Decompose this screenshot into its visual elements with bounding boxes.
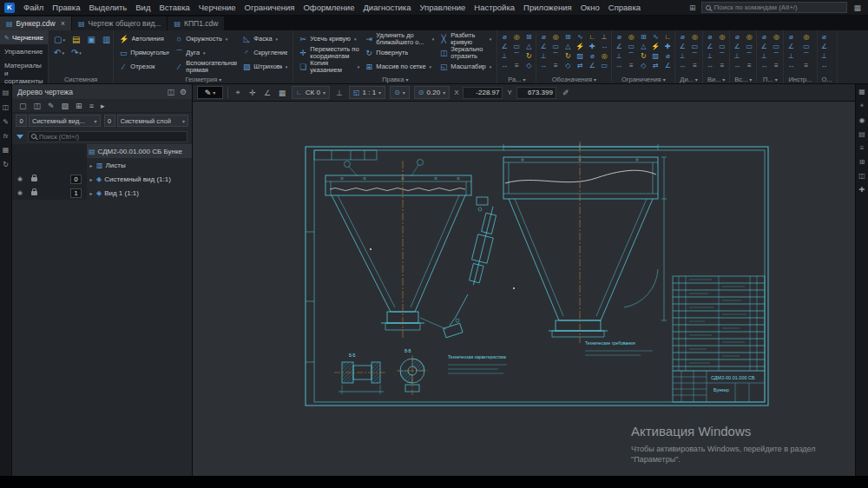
ribbon-mini-icon[interactable]: ⌀ — [498, 32, 510, 42]
ribbon-mini-icon[interactable]: △ — [523, 42, 535, 51]
ribbon-mini-icon[interactable]: ∠ — [704, 42, 716, 51]
visibility-eye-icon[interactable]: ◉ — [17, 189, 23, 196]
expand-arrow-icon[interactable]: ▸ — [89, 190, 94, 196]
ribbon-mini-icon[interactable]: ◇ — [562, 61, 574, 70]
ribbon-mini-icon[interactable]: ⊥ — [704, 51, 716, 61]
menu-applications[interactable]: Приложения — [519, 0, 576, 16]
zoom-tool-dropdown[interactable]: ⊙ — [390, 86, 410, 99]
ribbon-mini-icon[interactable]: ▭ — [800, 42, 812, 51]
sheet-icon[interactable]: ▤ — [3, 89, 10, 96]
menu-diagnostics[interactable]: Диагностика — [358, 0, 415, 16]
ribbon-group-label[interactable]: П... — [757, 75, 783, 83]
ribbon-mini-icon[interactable]: ⊞ — [637, 32, 649, 42]
tool-autoline[interactable]: ⚡Автолиния — [116, 32, 172, 46]
ribbon-mini-icon[interactable]: ∠ — [785, 42, 797, 51]
x-coordinate-value[interactable]: -228.97 — [463, 87, 503, 99]
ribbon-mini-icon[interactable]: ◎ — [743, 32, 755, 42]
tool-segment[interactable]: ∕Отрезок — [116, 60, 172, 74]
ribbon-mini-icon[interactable]: ↻ — [637, 51, 649, 61]
ribbon-mini-icon[interactable]: ∠ — [586, 61, 598, 70]
edit-icon[interactable]: ✎ — [3, 118, 9, 126]
ribbon-mini-icon[interactable]: ⌒ — [770, 51, 782, 61]
tool-rotate[interactable]: ↻Повернуть — [362, 46, 437, 60]
ribbon-mini-icon[interactable]: ✚ — [661, 42, 674, 51]
tool-move-by-coords[interactable]: ✛Переместить по координатам — [296, 46, 362, 60]
tool-arc[interactable]: ⌒Дуга — [172, 46, 240, 60]
ribbon-mini-icon[interactable]: ◇ — [523, 61, 535, 70]
ribbon-mini-icon[interactable]: ⌀ — [758, 32, 770, 42]
tool-copy-by-point[interactable]: ❏Копия указанием — [296, 60, 362, 74]
view-number-spinner[interactable]: 0 — [16, 115, 27, 127]
grid-toggle-icon[interactable]: ▦ — [277, 89, 287, 97]
ribbon-mini-icon[interactable]: ▭ — [770, 42, 782, 51]
ribbon-mini-icon[interactable]: ⊞ — [523, 32, 535, 42]
ribbon-mini-icon[interactable]: ↔ — [758, 61, 770, 70]
ribbon-mini-icon[interactable]: ↔ — [785, 61, 797, 70]
ribbon-mini-icon[interactable]: ◎ — [625, 32, 637, 42]
ribbon-group-label[interactable]: Ви... — [703, 75, 729, 83]
ribbon-mini-icon[interactable]: ∠ — [731, 42, 743, 51]
command-search[interactable] — [701, 2, 847, 13]
ribbon-mini-icon[interactable]: ∿ — [574, 32, 586, 42]
ribbon-mini-icon[interactable]: ◎ — [716, 32, 728, 42]
ribbon-mini-icon[interactable]: ↻ — [523, 51, 535, 61]
tree-item-system-view[interactable]: ◉ 0 ▸ ◈ Системный вид (1:1) — [12, 172, 192, 186]
view-selector[interactable]: Системный вид... — [29, 115, 101, 127]
ribbon-mini-icon[interactable]: ∿ — [649, 32, 661, 42]
ribbon-mini-icon[interactable]: ↻ — [562, 51, 574, 61]
ribbon-mini-icon[interactable]: ≡ — [743, 61, 755, 70]
ribbon-mini-icon[interactable]: ∟ — [586, 32, 598, 42]
list-icon[interactable]: ≡ — [860, 144, 865, 152]
target-icon[interactable]: ⌖ — [860, 102, 865, 110]
ribbon-group-label[interactable]: Ди... — [675, 75, 702, 83]
style-pencil-button[interactable]: ✎ — [197, 86, 223, 99]
menu-select[interactable]: Выделить — [84, 0, 131, 16]
edit-icon[interactable]: ✎ — [48, 102, 55, 110]
ribbon-group-label[interactable]: Вс... — [730, 75, 756, 83]
window-layout-icon[interactable]: ▦ — [853, 3, 861, 12]
tool-grid-array[interactable]: ⊞Массив по сетке — [362, 60, 437, 74]
menu-layout[interactable]: Оформление — [299, 0, 358, 16]
ribbon-mini-icon[interactable]: ⌀ — [676, 32, 688, 42]
drawing-canvas-area[interactable]: Б-Б В-В Техническая характеристика Техни… — [193, 102, 855, 476]
image-icon[interactable]: ▨ — [62, 102, 69, 110]
ribbon-mini-icon[interactable]: ↔ — [676, 61, 688, 70]
ribbon-group-label[interactable]: Ограничения — [612, 75, 674, 83]
tool-extend[interactable]: ⇥Удлинить до ближайшего о... — [362, 32, 437, 46]
ribbon-mini-icon[interactable]: ↔ — [537, 61, 549, 70]
layer-number-spinner[interactable]: 0 — [104, 115, 115, 127]
ribbon-mini-icon[interactable]: ◎ — [800, 32, 812, 42]
redo-button[interactable]: ↷ — [71, 48, 82, 57]
coordinate-system-dropdown[interactable]: ∟ СК 0 — [292, 86, 330, 99]
lock-icon[interactable] — [31, 191, 37, 195]
angle-snap-icon[interactable]: ∠ — [262, 89, 273, 97]
menu-constraints[interactable]: Ограничения — [240, 0, 299, 16]
layers-icon[interactable]: ◫ — [34, 102, 42, 110]
ribbon-mini-icon[interactable]: ↔ — [731, 61, 743, 70]
visibility-eye-icon[interactable]: ◉ — [17, 175, 23, 182]
ribbon-group-label[interactable]: О... — [818, 75, 837, 83]
tool-trim-curve[interactable]: ✂Усечь кривую — [296, 32, 362, 46]
list-icon[interactable]: ≡ — [89, 102, 94, 110]
ribbon-mini-icon[interactable]: ⊥ — [537, 51, 549, 61]
ribbon-mini-icon[interactable]: ◎ — [689, 32, 701, 42]
ribbon-mini-icon[interactable]: ▭ — [689, 42, 701, 51]
expand-arrow-icon[interactable]: ▸ — [89, 176, 94, 182]
side-tab-materials[interactable]: Материалы и сортаменты — [0, 58, 48, 88]
save-button[interactable]: ▣ — [87, 35, 95, 44]
ribbon-mini-icon[interactable]: ≡ — [510, 61, 523, 70]
ribbon-mini-icon[interactable]: ⌒ — [800, 51, 812, 61]
sheet-icon[interactable]: ▢ — [19, 102, 27, 110]
tab-assembly-drawing[interactable]: ▤ Чертеж общего вид... — [72, 16, 168, 30]
plus-icon[interactable]: ✚ — [859, 186, 865, 194]
ribbon-mini-icon[interactable]: ⌀ — [586, 51, 598, 61]
menu-settings[interactable]: Настройка — [470, 0, 519, 16]
ribbon-mini-icon[interactable]: ⇄ — [574, 61, 586, 70]
ribbon-mini-icon[interactable]: ⊥ — [785, 51, 797, 61]
tool-hatch[interactable]: ▨Штриховка — [240, 60, 290, 74]
ribbon-group-label-edit[interactable]: Правка — [293, 75, 496, 83]
ribbon-mini-icon[interactable]: ▭ — [510, 42, 523, 51]
tree-item-view-1[interactable]: ◉ 1 ▸ ◈ Вид 1 (1:1) — [12, 186, 192, 200]
ribbon-mini-icon[interactable]: ⊥ — [613, 51, 625, 61]
new-document-button[interactable]: ▢ — [54, 35, 65, 44]
